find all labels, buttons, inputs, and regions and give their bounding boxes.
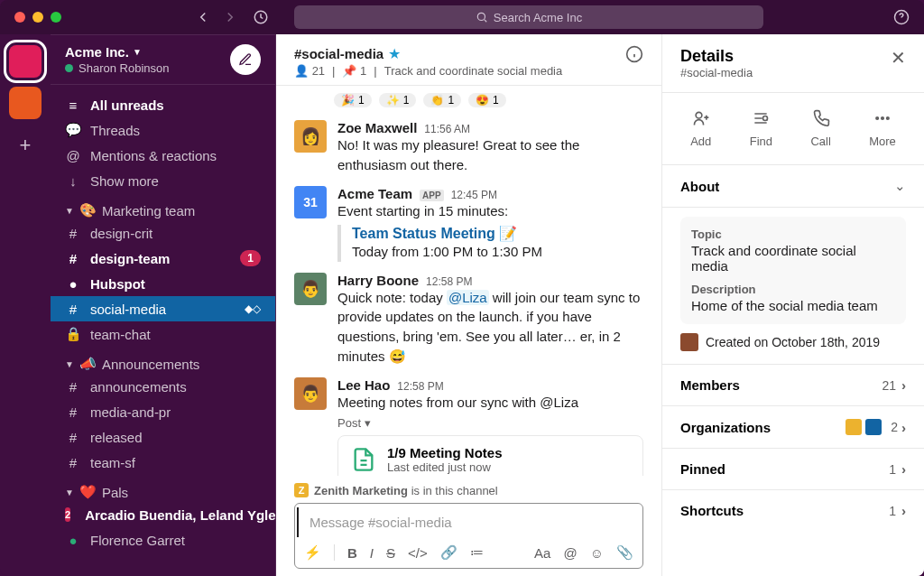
nav-threads[interactable]: 💬Threads xyxy=(51,117,275,143)
shortcuts-row[interactable]: Shortcuts1› xyxy=(662,490,924,531)
list-button[interactable]: ≔ xyxy=(470,544,484,561)
call-button[interactable]: Call xyxy=(810,109,830,148)
shared-channel-notice: Z Zenith Marketing is in this channel xyxy=(294,483,643,497)
organizations-row[interactable]: Organizations2› xyxy=(662,406,924,449)
shared-channel-icon: ◆◇ xyxy=(245,302,261,315)
members-row[interactable]: Members21› xyxy=(662,365,924,406)
nav-all-unreads[interactable]: ≡All unreads xyxy=(51,92,275,117)
help-button[interactable] xyxy=(893,9,910,25)
italic-button[interactable]: I xyxy=(370,545,374,561)
channel-hubspot[interactable]: ●Hubspot xyxy=(51,271,275,296)
channel-social-media[interactable]: #social-media◆◇ xyxy=(51,296,275,321)
maximize-window-icon[interactable] xyxy=(51,12,61,23)
reaction[interactable]: 😍1 xyxy=(468,93,506,107)
desc-value[interactable]: Home of the social media team xyxy=(691,298,895,313)
add-button[interactable]: Add xyxy=(690,109,711,148)
message-list: 🎉1 ✨1 👏1 😍1 👩 Zoe Maxwell11:56 AM No! It… xyxy=(276,86,661,476)
compose-button[interactable] xyxy=(230,44,261,75)
strike-button[interactable]: S xyxy=(386,545,395,561)
info-button[interactable] xyxy=(625,45,643,63)
history-button[interactable] xyxy=(253,9,269,25)
author[interactable]: Acme Team xyxy=(337,186,412,201)
reaction[interactable]: 🎉1 xyxy=(334,93,372,107)
message: 👨 Harry Boone12:58 PM Quick note: today … xyxy=(276,267,661,373)
svg-point-4 xyxy=(696,112,702,118)
message-composer[interactable]: Message #social-media ⚡ B I S </> 🔗 ≔ Aa… xyxy=(294,503,643,569)
format-button[interactable]: Aa xyxy=(534,545,550,561)
timestamp[interactable]: 12:58 PM xyxy=(397,380,443,393)
link-button[interactable]: 🔗 xyxy=(440,544,457,561)
add-workspace-button[interactable]: + xyxy=(20,134,32,157)
channel-team-chat[interactable]: 🔒team-chat xyxy=(51,321,275,347)
message-text: Meeting notes from our sync with @Liza xyxy=(337,393,643,413)
timestamp[interactable]: 12:58 PM xyxy=(426,275,472,288)
avatar[interactable]: 👩 xyxy=(294,120,327,153)
reaction[interactable]: ✨1 xyxy=(379,93,417,107)
channel-media-pr[interactable]: #media-and-pr xyxy=(51,399,275,424)
workspace-switch-2[interactable] xyxy=(9,87,42,119)
channel-design-team[interactable]: #design-team1 xyxy=(51,246,275,271)
bold-button[interactable]: B xyxy=(347,545,357,561)
timestamp[interactable]: 11:56 AM xyxy=(424,123,470,135)
more-button[interactable]: More xyxy=(869,109,896,148)
channel-design-crit[interactable]: #design-crit xyxy=(51,220,275,246)
shortcuts-icon[interactable]: ⚡ xyxy=(304,544,321,561)
nav-show-more[interactable]: ↓Show more xyxy=(51,168,275,193)
message-text: Quick note: today @Liza will join our te… xyxy=(337,288,643,367)
section-marketing[interactable]: ▼🎨Marketing team xyxy=(51,193,275,220)
message: 👨 Lee Hao12:58 PM Meeting notes from our… xyxy=(276,372,661,476)
timestamp[interactable]: 12:45 PM xyxy=(451,189,497,201)
pin-count[interactable]: 📌 1 xyxy=(342,64,366,78)
nav-mentions[interactable]: @Mentions & reactions xyxy=(51,143,275,168)
dm-florence[interactable]: ●Florence Garret xyxy=(51,527,275,553)
search-input[interactable]: Search Acme Inc xyxy=(294,5,763,29)
find-button[interactable]: Find xyxy=(750,109,772,148)
channel-announcements[interactable]: #announcements xyxy=(51,374,275,399)
composer-input[interactable]: Message #social-media xyxy=(297,507,642,537)
avatar[interactable]: 31 xyxy=(294,186,327,218)
reaction[interactable]: 👏1 xyxy=(423,93,461,107)
author[interactable]: Lee Hao xyxy=(337,377,390,393)
mention[interactable]: @Liza xyxy=(447,290,489,305)
dm-arcadio[interactable]: 2Arcadio Buendia, Leland Ygle… xyxy=(51,502,275,527)
forward-button[interactable] xyxy=(222,9,238,25)
topic-value[interactable]: Track and coordinate social media xyxy=(691,243,895,274)
emoji-button[interactable]: ☺ xyxy=(590,545,604,561)
section-pals[interactable]: ▼❤️Pals xyxy=(51,475,275,502)
app-badge: APP xyxy=(420,190,444,201)
workspace-header[interactable]: Acme Inc. ▼ Sharon Robinson xyxy=(51,34,275,85)
channel-pane: #social-media ★ 👤 21 | 📌 1 | Track and c… xyxy=(276,34,662,576)
workspace-rail: + xyxy=(0,34,51,576)
section-announcements[interactable]: ▼📣Announcements xyxy=(51,347,275,374)
about-section-toggle[interactable]: About⌄ xyxy=(662,165,924,208)
author[interactable]: Harry Boone xyxy=(337,273,419,288)
close-window-icon[interactable] xyxy=(14,12,25,23)
member-count[interactable]: 👤 21 xyxy=(294,64,325,78)
mention-button[interactable]: @ xyxy=(563,545,577,561)
avatar[interactable]: 👨 xyxy=(294,273,327,305)
close-button[interactable]: ✕ xyxy=(891,47,906,69)
creator-avatar[interactable] xyxy=(680,333,698,351)
channel-team-sf[interactable]: #team-sf xyxy=(51,450,275,475)
mention-badge: 2 xyxy=(65,507,70,522)
post-label[interactable]: Post ▾ xyxy=(337,416,643,430)
sidebar: Acme Inc. ▼ Sharon Robinson ≡All unreads… xyxy=(51,34,276,576)
minimize-window-icon[interactable] xyxy=(32,12,43,23)
avatar[interactable]: 👨 xyxy=(294,377,327,410)
channel-released[interactable]: #released xyxy=(51,424,275,450)
search-placeholder: Search Acme Inc xyxy=(494,11,582,24)
pinned-row[interactable]: Pinned1› xyxy=(662,449,924,490)
event-link[interactable]: Team Status Meeting xyxy=(352,226,495,241)
channel-topic[interactable]: Track and coordinate social media xyxy=(384,64,563,78)
author[interactable]: Zoe Maxwell xyxy=(337,120,417,135)
svg-point-6 xyxy=(876,117,879,120)
topic-label: Topic xyxy=(691,228,895,241)
document-card[interactable]: 1/9 Meeting Notes Last edited just now xyxy=(337,435,643,476)
channel-name[interactable]: #social-media xyxy=(294,46,383,61)
code-button[interactable]: </> xyxy=(408,545,428,561)
attach-button[interactable]: 📎 xyxy=(616,544,633,561)
back-button[interactable] xyxy=(195,9,211,25)
details-title: Details xyxy=(680,47,753,66)
star-icon[interactable]: ★ xyxy=(388,46,401,61)
workspace-switch-1[interactable] xyxy=(9,45,42,78)
